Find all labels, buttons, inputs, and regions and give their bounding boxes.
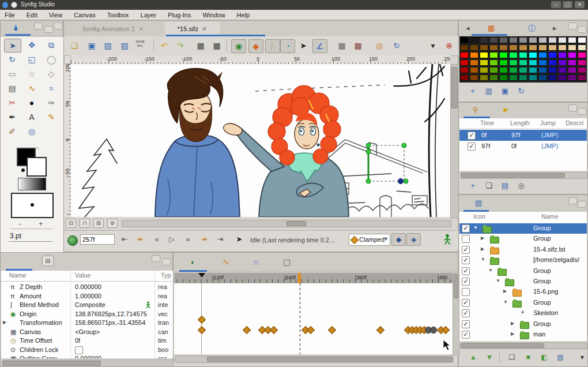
layers-hscrollbar-thumb[interactable] xyxy=(461,343,544,348)
palette-swatch[interactable] xyxy=(480,59,488,66)
lock-button[interactable]: ⊓ xyxy=(80,219,90,228)
layer-visible-checkbox[interactable]: ✓ xyxy=(462,309,470,317)
tab-children-icon[interactable]: ∩ xyxy=(253,257,259,267)
param-value[interactable]: 1.000000 xyxy=(75,293,101,299)
palette-swatch[interactable] xyxy=(519,74,527,81)
dock-widget[interactable] xyxy=(578,201,586,208)
canvas[interactable] xyxy=(71,64,450,217)
prev-keyframe-button[interactable]: ↞ xyxy=(134,234,148,245)
tool-sketch-icon[interactable]: ✑ xyxy=(43,96,59,109)
tool-eyedrop-icon[interactable]: ✒ xyxy=(4,111,20,123)
time-field[interactable] xyxy=(80,234,115,245)
palette-swatch[interactable] xyxy=(499,74,508,81)
minimize-button[interactable]: – xyxy=(551,1,561,8)
close-button[interactable]: ✕ xyxy=(575,1,585,8)
palette-swatch[interactable] xyxy=(529,59,537,66)
palette-swatch[interactable] xyxy=(529,74,537,81)
palette-swatch[interactable] xyxy=(529,67,537,73)
menu-window[interactable]: Window xyxy=(202,12,225,18)
palette-swatch[interactable] xyxy=(460,59,469,66)
keyframe-jump[interactable]: (JMP) xyxy=(541,132,558,138)
keyframe-lock-future-button[interactable]: ◈ xyxy=(406,233,421,246)
tool-text-icon[interactable]: A xyxy=(24,111,40,123)
palette-swatch[interactable] xyxy=(460,52,469,58)
palette-info[interactable]: ⓘ xyxy=(528,24,536,34)
layer-row[interactable]: ▶15-6.png xyxy=(459,287,587,297)
undo-icon[interactable]: ↶ xyxy=(157,39,171,52)
animate-mode-icon[interactable] xyxy=(443,234,451,245)
palette-swatch[interactable] xyxy=(519,37,527,43)
tab-close-icon[interactable]: ✕ xyxy=(138,25,144,32)
layer-visible-checkbox[interactable]: ✓ xyxy=(462,320,470,328)
column-header-value[interactable]: Value xyxy=(75,272,91,279)
column-header-length[interactable]: Length xyxy=(510,119,530,126)
palette-swatch[interactable] xyxy=(568,74,576,81)
timetrack-vscrollbar[interactable] xyxy=(453,273,459,355)
palette-swatch[interactable] xyxy=(460,67,469,73)
canvas-hscrollbar[interactable] xyxy=(122,220,451,227)
palette-refresh-button[interactable]: ↻ xyxy=(514,85,528,97)
column-header-icon[interactable]: Icon xyxy=(473,213,485,220)
expander-right-icon[interactable]: ▶ xyxy=(3,320,6,325)
keyframe-disabled-dot[interactable] xyxy=(430,327,437,334)
keyframes-hscrollbar[interactable] xyxy=(460,172,587,179)
canvas-tab-2[interactable]: *15.sifz✕ xyxy=(165,22,220,36)
palette-swatch[interactable] xyxy=(509,52,518,58)
next-frame-button[interactable]: » xyxy=(181,234,195,245)
palette-swatch[interactable] xyxy=(548,59,557,66)
toggle-grid-icon[interactable]: ▦ xyxy=(335,39,349,52)
palette-swatch[interactable] xyxy=(568,59,576,66)
layer-visible-checkbox[interactable]: ✓ xyxy=(462,278,470,286)
redo-icon[interactable]: ↷ xyxy=(174,39,187,52)
palette-swatch[interactable] xyxy=(509,74,518,81)
palette-swatch[interactable] xyxy=(548,67,557,73)
keyframe-row[interactable]: ✓97f0f(JMP) xyxy=(459,141,587,152)
palette-swatch[interactable] xyxy=(558,59,567,66)
palette-swatch[interactable] xyxy=(489,67,498,73)
param-checkbox[interactable] xyxy=(75,346,83,354)
canvas-tab-1[interactable]: Synfig Animation 1✕ xyxy=(70,22,156,36)
keyframe-diamond[interactable] xyxy=(198,326,206,334)
palette-swatch[interactable] xyxy=(548,52,557,58)
layers-hscrollbar[interactable] xyxy=(460,342,587,349)
palette-swatch[interactable] xyxy=(519,52,527,58)
palette-swatch[interactable] xyxy=(470,52,478,58)
palette-swatch[interactable] xyxy=(489,44,498,51)
param-row[interactable]: ∫Blend MethodCompositeinte xyxy=(1,301,173,309)
save-icon[interactable]: ▣ xyxy=(85,39,99,52)
palette-swatch[interactable] xyxy=(480,44,488,51)
keyframe-diamond[interactable] xyxy=(198,316,206,324)
menu-canvas[interactable]: Canvas xyxy=(74,12,95,18)
show-position-handles-icon[interactable]: ◉ xyxy=(231,39,246,53)
tool-draw-icon[interactable]: ✎ xyxy=(43,111,59,123)
canvas-vscrollbar-thumb[interactable] xyxy=(451,67,458,108)
timetrack-ruler[interactable]: |120f|240f|360f|480 xyxy=(174,273,453,284)
params-hscrollbar[interactable] xyxy=(2,359,174,367)
export-icon[interactable]: ▨ xyxy=(118,39,131,52)
dock-widget[interactable] xyxy=(44,26,53,33)
gradient-swatch[interactable] xyxy=(18,178,46,190)
layer-visible-checkbox[interactable]: ✓ xyxy=(462,246,470,254)
menu-edit[interactable]: Edit xyxy=(27,12,37,18)
param-row[interactable]: ⊙Children Lockboo xyxy=(1,346,173,354)
palette-swatch[interactable] xyxy=(499,59,508,66)
dock-widget[interactable] xyxy=(54,23,62,29)
expander-down-icon[interactable]: ▼ xyxy=(496,278,500,283)
menu-file[interactable]: File xyxy=(5,12,15,18)
palette-swatch[interactable] xyxy=(509,67,518,73)
timetrack-hscrollbar[interactable] xyxy=(175,355,454,363)
palette-swatch[interactable] xyxy=(558,37,567,43)
palette-swatch[interactable] xyxy=(499,44,508,51)
layer-menu-button[interactable]: ▾ xyxy=(575,351,588,363)
show-radius-handles-icon[interactable]: ◔ xyxy=(280,39,295,53)
tab-close-icon[interactable]: ✕ xyxy=(202,25,207,32)
camera-button[interactable]: ⊚ xyxy=(107,219,118,228)
toolbox-tab-icon[interactable]: 🌢 xyxy=(13,24,18,31)
snap-grid-icon[interactable]: ▩ xyxy=(351,39,365,52)
palette-swatch[interactable] xyxy=(470,74,478,81)
palette-swatch[interactable] xyxy=(480,52,488,58)
keyframe-checkbox[interactable]: ✓ xyxy=(468,143,476,151)
show-tangent-handles-icon[interactable]: ∴ xyxy=(265,39,280,53)
show-vertex-handles-icon[interactable]: ◆ xyxy=(248,39,263,53)
angle-tool-icon[interactable]: ∠ xyxy=(312,39,327,53)
